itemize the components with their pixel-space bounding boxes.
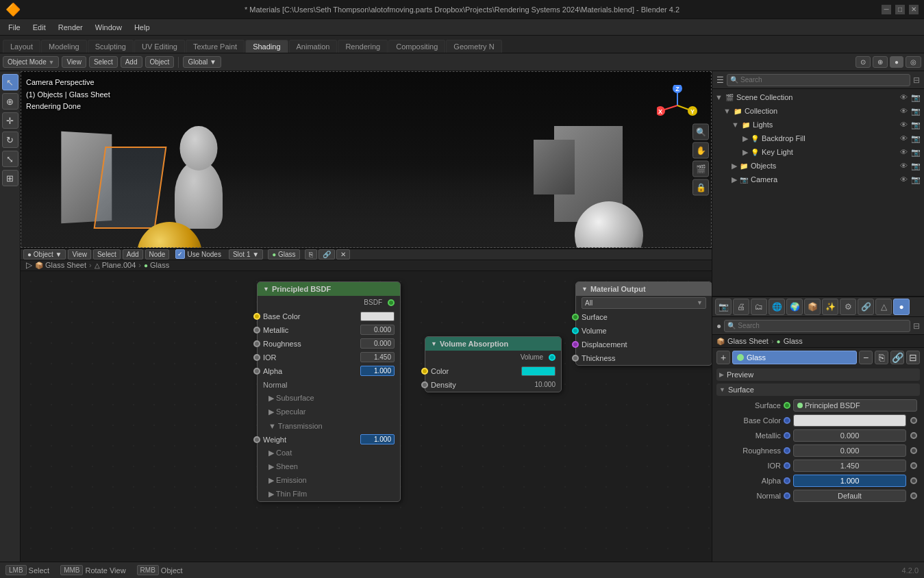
objs-vis-eye[interactable]: 👁	[898, 162, 909, 171]
tab-rendering[interactable]: Rendering	[338, 40, 388, 53]
coll-vis-render[interactable]: 📷	[910, 107, 921, 116]
base-color-prop-value[interactable]	[793, 414, 906, 427]
sc-vis-eye[interactable]: 👁	[898, 93, 909, 102]
mo-thickness-socket[interactable]	[572, 355, 579, 362]
objects-collection-item[interactable]: ▶ 📁 Objects 👁 📷	[712, 159, 924, 173]
ne-copy-btn[interactable]: ⎘	[305, 249, 317, 260]
metallic-prop-socket[interactable]	[784, 432, 790, 439]
metallic-socket[interactable]	[253, 327, 260, 334]
sc-vis-render[interactable]: 📷	[910, 93, 921, 102]
backdrop-fill-item[interactable]: ▶ 💡 Backdrop Fill 👁 📷	[712, 131, 924, 145]
lock-btn[interactable]: 🔒	[692, 179, 709, 195]
weight-socket[interactable]	[253, 436, 260, 443]
menu-help[interactable]: Help	[129, 22, 155, 33]
props-filter-icon[interactable]: ⊟	[913, 321, 920, 331]
normal-prop-value[interactable]: Default	[793, 490, 906, 502]
coll-vis-eye[interactable]: 👁	[898, 107, 909, 116]
volume-absorption-node[interactable]: ▼ Volume Absorption Volume Color	[425, 336, 562, 392]
outliner-search-input[interactable]	[740, 76, 907, 84]
minimize-button[interactable]: ─	[882, 5, 891, 14]
roughness-prop-right-socket[interactable]	[910, 447, 917, 454]
props-search-box[interactable]: 🔍	[724, 320, 910, 332]
metallic-prop-value[interactable]: 0.000	[793, 429, 906, 442]
tab-shading[interactable]: Shading	[245, 40, 288, 53]
ior-value[interactable]: 1.450	[360, 352, 395, 362]
transform-tool-btn[interactable]: ⊞	[2, 170, 18, 186]
ior-socket[interactable]	[253, 354, 260, 361]
select-tool-btn[interactable]: ↖	[2, 74, 18, 90]
tab-animation[interactable]: Animation	[289, 40, 338, 53]
alpha-prop-socket[interactable]	[784, 477, 790, 484]
mat-filter-btn[interactable]: ⊟	[906, 351, 920, 364]
ne-node-btn[interactable]: Node	[145, 249, 170, 260]
principled-bsdf-collapse[interactable]: ▼	[263, 286, 269, 292]
lights-vis-render[interactable]: 📷	[910, 121, 921, 129]
viewport-gizmo[interactable]: Z X Y	[657, 85, 698, 126]
select-btn[interactable]: Select	[89, 56, 118, 68]
ne-add-btn[interactable]: Add	[123, 249, 143, 260]
tab-object[interactable]: 📦	[804, 299, 821, 315]
tab-object-data[interactable]: △	[875, 299, 892, 315]
tab-material[interactable]: ●	[893, 299, 910, 315]
roughness-prop-value[interactable]: 0.000	[793, 444, 906, 457]
va-collapse[interactable]: ▼	[431, 340, 437, 347]
roughness-value[interactable]: 0.000	[360, 338, 395, 349]
collection-item[interactable]: ▼ 📁 Collection 👁 📷	[712, 104, 924, 118]
transform-selector[interactable]: Global ▼	[183, 56, 221, 68]
alpha-prop-right-socket[interactable]	[910, 477, 917, 484]
surface-shader-value[interactable]: Principled BSDF	[793, 399, 917, 412]
bf-vis-eye[interactable]: 👁	[898, 134, 909, 143]
ne-bc-glass-sheet[interactable]: 📦 Glass Sheet	[35, 261, 86, 269]
ne-select-btn[interactable]: Select	[93, 249, 121, 260]
base-color-prop-right-socket[interactable]	[910, 417, 917, 424]
tab-texture-paint[interactable]: Texture Paint	[186, 40, 245, 53]
menu-window[interactable]: Window	[90, 22, 127, 33]
ior-prop-value[interactable]: 1.450	[793, 460, 906, 472]
objs-vis-render[interactable]: 📷	[910, 162, 921, 171]
cam-vis-render[interactable]: 📷	[910, 175, 921, 184]
kl-vis-render[interactable]: 📷	[910, 148, 921, 157]
maximize-button[interactable]: □	[895, 5, 905, 14]
mode-selector[interactable]: Object Mode ▼	[3, 56, 59, 68]
mo-collapse[interactable]: ▼	[582, 286, 588, 292]
vol-color-socket[interactable]	[421, 368, 428, 375]
camera-item[interactable]: ▶ 📷 Camera 👁 📷	[712, 173, 924, 186]
mat-copy-btn[interactable]: ⎘	[875, 351, 888, 364]
menu-edit[interactable]: Edit	[27, 22, 51, 33]
key-light-item[interactable]: ▶ 💡 Key Light 👁 📷	[712, 145, 924, 159]
viewport[interactable]: Camera Perspective (1) Objects | Glass S…	[21, 71, 712, 249]
normal-prop-right-socket[interactable]	[910, 492, 917, 499]
bf-vis-render[interactable]: 📷	[910, 134, 921, 143]
node-canvas[interactable]: ▼ Principled BSDF BSDF Base Color	[21, 271, 712, 578]
tab-modeling[interactable]: Modeling	[41, 40, 87, 53]
cam-vis-eye[interactable]: 👁	[898, 175, 909, 184]
zoom-in-btn[interactable]: 🔍	[692, 123, 709, 140]
viewport-shading-solid[interactable]: ●	[890, 56, 903, 68]
ne-link-btn[interactable]: 🔗	[319, 249, 335, 260]
mo-displacement-socket[interactable]	[572, 341, 579, 348]
rotate-tool-btn[interactable]: ↻	[2, 131, 18, 148]
alpha-socket[interactable]	[253, 368, 260, 375]
outliner-filter-icon[interactable]: ⊟	[913, 75, 920, 85]
bsdf-output-socket[interactable]	[388, 299, 395, 306]
vol-density-socket[interactable]	[421, 381, 428, 388]
mat-name-button[interactable]: Glass	[732, 351, 857, 364]
ne-bc-glass[interactable]: ● Glass	[144, 261, 169, 269]
mat-selector-btn[interactable]: ● Glass	[268, 249, 299, 260]
props-search-input[interactable]	[738, 322, 907, 329]
hand-tool-btn[interactable]: ✋	[692, 142, 709, 158]
tab-physics[interactable]: ⚙	[840, 299, 856, 315]
tab-sculpting[interactable]: Sculpting	[88, 40, 134, 53]
mo-surface-socket[interactable]	[572, 314, 579, 321]
viewport-shading-render[interactable]: ◎	[906, 56, 921, 68]
ne-mode-btn[interactable]: ● Object ▼	[23, 249, 66, 260]
base-color-socket[interactable]	[253, 313, 260, 320]
mat-new-btn[interactable]: +	[716, 351, 730, 364]
surface-section-header[interactable]: ▼ Surface	[716, 384, 920, 396]
slot-selector[interactable]: Slot 1 ▼	[229, 249, 263, 260]
volume-output-socket[interactable]	[549, 354, 555, 361]
alpha-prop-value[interactable]: 1.000	[793, 475, 906, 487]
cursor-tool-btn[interactable]: ⊕	[2, 93, 18, 110]
kl-vis-eye[interactable]: 👁	[898, 148, 909, 157]
ne-view-btn[interactable]: View	[68, 249, 91, 260]
